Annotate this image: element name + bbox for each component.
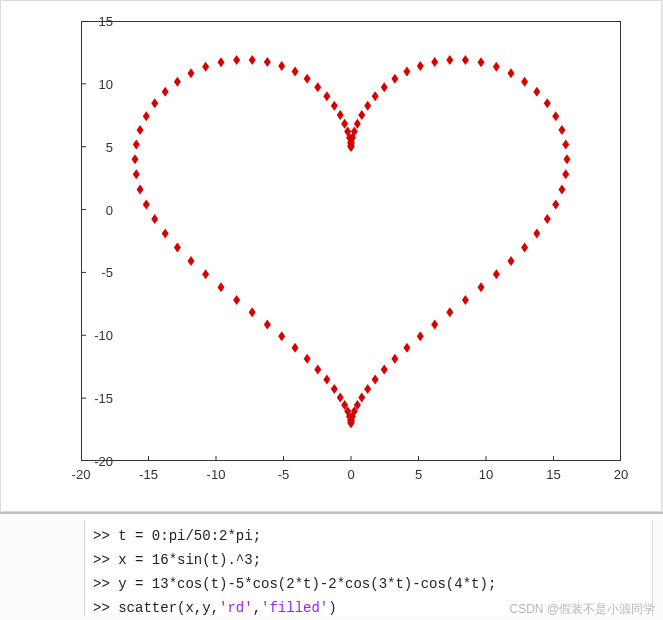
scatter-marker <box>174 77 181 87</box>
scatter-marker <box>431 57 438 67</box>
watermark-text: CSDN @假装不是小源同学 <box>509 601 655 618</box>
scatter-marker <box>187 256 194 266</box>
x-tick-label: -20 <box>72 467 91 482</box>
scatter-marker <box>264 319 271 329</box>
scatter-marker <box>533 87 540 97</box>
scatter-marker <box>187 68 194 78</box>
scatter-marker <box>292 343 299 353</box>
scatter-marker <box>132 154 139 164</box>
scatter-marker <box>323 375 330 385</box>
figure-window: -20-15-10-5051015-20-15-10-505101520 <box>0 0 662 512</box>
scatter-marker <box>162 228 169 238</box>
x-tick-label: 20 <box>614 467 628 482</box>
scatter-marker <box>174 242 181 252</box>
x-tick-label: 10 <box>479 467 493 482</box>
scatter-marker <box>462 295 469 305</box>
scatter-marker <box>202 62 209 72</box>
scatter-marker <box>372 91 379 101</box>
scatter-marker <box>331 384 338 394</box>
code-line-1: >> t = 0:pi/50:2*pi; <box>93 524 644 548</box>
svg-rect-0 <box>82 22 621 461</box>
scatter-marker <box>508 256 515 266</box>
scatter-marker <box>304 74 311 84</box>
scatter-marker <box>478 282 485 292</box>
y-tick-label: -15 <box>73 391 113 406</box>
scatter-marker <box>304 354 311 364</box>
scatter-marker <box>478 57 485 67</box>
scatter-marker <box>143 111 150 121</box>
scatter-marker <box>403 67 410 77</box>
scatter-marker <box>521 242 528 252</box>
scatter-marker <box>446 55 453 65</box>
y-tick-label: 15 <box>73 14 113 29</box>
y-tick-label: 10 <box>73 76 113 91</box>
scatter-marker <box>391 354 398 364</box>
x-tick-label: 15 <box>546 467 560 482</box>
scatter-marker <box>431 319 438 329</box>
scatter-marker <box>364 384 371 394</box>
scatter-marker <box>151 214 158 224</box>
scatter-marker <box>533 228 540 238</box>
scatter-marker <box>341 119 348 129</box>
scatter-marker <box>323 91 330 101</box>
scatter-marker <box>493 62 500 72</box>
x-tick-label: 0 <box>347 467 354 482</box>
scatter-marker <box>278 61 285 71</box>
scatter-marker <box>358 110 365 120</box>
scatter-marker <box>143 199 150 209</box>
y-tick-label: -5 <box>73 265 113 280</box>
scatter-marker <box>493 269 500 279</box>
scatter-marker <box>552 111 559 121</box>
scatter-marker <box>264 57 271 67</box>
scatter-marker <box>249 55 256 65</box>
scatter-marker <box>162 87 169 97</box>
x-tick-label: -10 <box>207 467 226 482</box>
scatter-marker <box>521 77 528 87</box>
scatter-marker <box>562 139 569 149</box>
code-line-2: >> x = 16*sin(t).^3; <box>93 548 644 572</box>
scatter-marker <box>558 184 565 194</box>
scatter-marker <box>417 61 424 71</box>
scatter-marker <box>544 98 551 108</box>
scatter-marker <box>381 82 388 92</box>
scatter-marker <box>331 101 338 111</box>
scatter-marker <box>278 331 285 341</box>
scatter-marker <box>217 57 224 67</box>
scatter-marker <box>249 307 256 317</box>
x-tick-label: -5 <box>278 467 290 482</box>
y-tick-label: 5 <box>73 139 113 154</box>
code-line-3: >> y = 13*cos(t)-5*cos(2*t)-2*cos(3*t)-c… <box>93 572 644 596</box>
scatter-marker <box>133 139 140 149</box>
scatter-marker <box>233 295 240 305</box>
scatter-plot-axes <box>81 21 621 461</box>
scatter-marker <box>564 154 571 164</box>
y-tick-label: -10 <box>73 328 113 343</box>
scatter-marker <box>562 169 569 179</box>
scatter-marker <box>508 68 515 78</box>
scatter-marker <box>391 74 398 84</box>
scatter-marker <box>314 82 321 92</box>
scatter-marker <box>462 55 469 65</box>
scatter-marker <box>552 199 559 209</box>
scatter-marker <box>133 169 140 179</box>
scatter-marker <box>151 98 158 108</box>
scatter-marker <box>354 119 361 129</box>
scatter-marker <box>358 392 365 402</box>
scatter-marker <box>403 343 410 353</box>
scatter-marker <box>381 364 388 374</box>
scatter-marker <box>137 125 144 135</box>
scatter-marker <box>292 67 299 77</box>
scatter-marker <box>544 214 551 224</box>
scatter-marker <box>314 364 321 374</box>
scatter-marker <box>417 331 424 341</box>
scatter-marker <box>558 125 565 135</box>
scatter-marker <box>137 184 144 194</box>
scatter-marker <box>217 282 224 292</box>
scatter-marker <box>372 375 379 385</box>
scatter-marker <box>337 392 344 402</box>
scatter-marker <box>337 110 344 120</box>
scatter-marker <box>446 307 453 317</box>
scatter-marker <box>364 101 371 111</box>
scatter-marker <box>202 269 209 279</box>
scatter-marker <box>233 55 240 65</box>
